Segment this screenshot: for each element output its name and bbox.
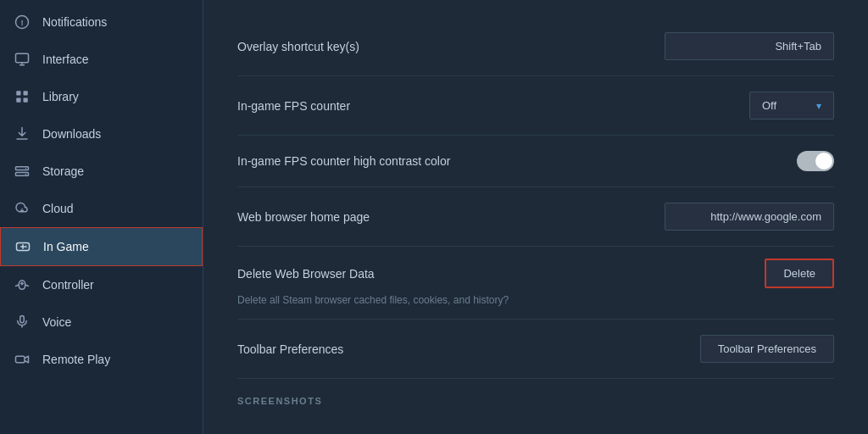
delete-browser-data-sublabel: Delete all Steam browser cached files, c… — [237, 294, 509, 306]
sidebar-item-voice[interactable]: Voice — [0, 303, 203, 341]
sidebar-item-storage[interactable]: Storage — [0, 153, 203, 190]
fps-counter-dropdown[interactable]: Off ▾ — [749, 92, 834, 120]
sidebar-item-notifications[interactable]: ! Notifications — [0, 3, 203, 41]
svg-rect-5 — [16, 91, 20, 95]
sidebar-item-library-label: Library — [42, 90, 79, 103]
sidebar-item-in-game-label: In Game — [43, 240, 89, 253]
delete-browser-data-button[interactable]: Delete — [765, 259, 834, 288]
remote-play-icon — [14, 351, 31, 368]
svg-rect-2 — [16, 53, 29, 63]
svg-rect-22 — [16, 356, 25, 363]
fps-counter-label: In-game FPS counter — [237, 99, 350, 113]
web-browser-home-row: Web browser home page http://www.google.… — [237, 187, 834, 247]
svg-point-16 — [25, 246, 27, 248]
sidebar-item-remote-play[interactable]: Remote Play — [0, 341, 203, 378]
fps-contrast-row: In-game FPS counter high contrast color — [237, 136, 834, 187]
delete-browser-data-label: Delete Web Browser Data — [237, 267, 375, 281]
sidebar-item-storage-label: Storage — [42, 164, 84, 178]
voice-icon — [14, 314, 31, 331]
fps-contrast-control — [797, 151, 834, 171]
sidebar-item-voice-label: Voice — [42, 315, 71, 329]
sidebar-item-downloads[interactable]: Downloads — [0, 115, 203, 153]
storage-icon — [14, 163, 31, 180]
delete-browser-data-main: Delete Web Browser Data Delete — [237, 247, 834, 292]
fps-counter-value: Off — [762, 99, 776, 112]
sidebar-item-interface-label: Interface — [42, 53, 88, 66]
fps-contrast-toggle[interactable] — [797, 151, 834, 171]
toolbar-preferences-row: Toolbar Preferences Toolbar Preferences — [237, 320, 834, 379]
svg-point-11 — [25, 168, 27, 170]
svg-rect-6 — [24, 91, 28, 95]
svg-rect-20 — [20, 316, 25, 323]
overlay-shortcut-control: Shift+Tab — [665, 32, 834, 60]
svg-point-12 — [25, 174, 27, 175]
controller-icon — [14, 276, 31, 293]
interface-icon — [14, 51, 31, 68]
svg-rect-7 — [16, 98, 20, 103]
toolbar-preferences-label: Toolbar Preferences — [237, 342, 343, 356]
web-browser-home-input[interactable]: http://www.google.com — [665, 203, 834, 231]
sidebar-item-controller[interactable]: Controller — [0, 266, 203, 303]
delete-browser-data-row: Delete Web Browser Data Delete Delete al… — [237, 247, 834, 320]
delete-browser-data-sublabel-row: Delete all Steam browser cached files, c… — [237, 292, 834, 320]
notifications-icon: ! — [14, 14, 31, 31]
web-browser-home-label: Web browser home page — [237, 210, 370, 224]
chevron-down-icon: ▾ — [816, 100, 821, 112]
sidebar-item-controller-label: Controller — [42, 278, 94, 292]
svg-text:!: ! — [20, 18, 23, 27]
settings-panel: Overlay shortcut key(s) Shift+Tab In-gam… — [203, 0, 868, 431]
sidebar-item-downloads-label: Downloads — [42, 127, 101, 141]
downloads-icon — [14, 125, 31, 142]
overlay-shortcut-label: Overlay shortcut key(s) — [237, 40, 359, 53]
screenshots-section-header: SCREENSHOTS — [237, 379, 834, 415]
fps-contrast-label: In-game FPS counter high contrast color — [237, 154, 450, 168]
overlay-shortcut-row: Overlay shortcut key(s) Shift+Tab — [237, 17, 834, 76]
fps-counter-control: Off ▾ — [749, 92, 834, 120]
library-icon — [14, 88, 31, 105]
sidebar-item-notifications-label: Notifications — [42, 15, 107, 29]
sidebar-item-interface[interactable]: Interface — [0, 41, 203, 78]
toolbar-preferences-button[interactable]: Toolbar Preferences — [700, 335, 834, 363]
sidebar-item-cloud[interactable]: Cloud — [0, 190, 203, 227]
cloud-icon — [14, 200, 31, 217]
in-game-icon — [14, 238, 31, 255]
sidebar-item-in-game[interactable]: In Game — [0, 227, 203, 266]
svg-point-17 — [25, 247, 27, 248]
sidebar-item-library[interactable]: Library — [0, 78, 203, 115]
svg-rect-8 — [24, 98, 28, 103]
sidebar: ! Notifications Interface Library Downlo… — [0, 0, 203, 434]
fps-counter-row: In-game FPS counter Off ▾ — [237, 76, 834, 136]
main-content: Overlay shortcut key(s) Shift+Tab In-gam… — [203, 0, 868, 434]
overlay-shortcut-input[interactable]: Shift+Tab — [665, 32, 834, 60]
sidebar-item-cloud-label: Cloud — [42, 202, 74, 215]
toggle-knob — [815, 153, 832, 170]
toolbar-preferences-control: Toolbar Preferences — [700, 335, 834, 363]
delete-browser-data-control: Delete — [765, 259, 834, 288]
web-browser-home-control: http://www.google.com — [665, 203, 834, 231]
sidebar-item-remote-play-label: Remote Play — [42, 353, 110, 366]
